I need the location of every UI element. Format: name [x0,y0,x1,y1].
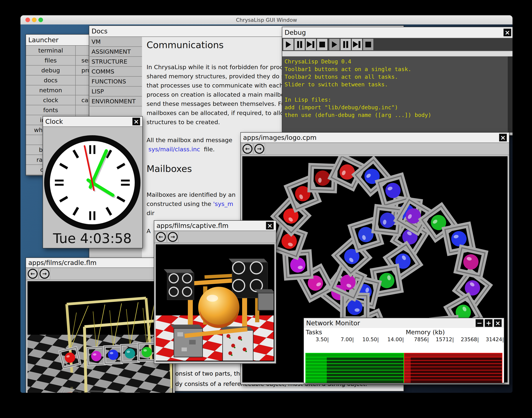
arrow-right-icon: → [168,232,178,242]
macos-window: ChrysaLisp GUI Window Launcher terminalf… [21,15,512,393]
launcher-item-debug[interactable]: debug [26,66,75,75]
netmon-bar-row [306,367,403,370]
macos-titlebar[interactable]: ChrysaLisp GUI Window [21,15,512,25]
netmon-bar-fill [306,377,327,380]
analog-clock: Tue 4:03:58 [43,127,142,248]
debug-terminal-line: add (import "lib/debug/debug.inc") [284,104,511,111]
play-icon [332,41,337,48]
netmon-bar-row [404,373,502,376]
launcher-item-fonts[interactable]: fonts [26,105,75,115]
close-icon[interactable]: × [504,29,511,36]
arrow-right-icon: → [254,144,264,154]
docs-sidebar-item-lisp[interactable]: LISP [90,87,142,96]
docs-sidebar-item-comms[interactable]: COMMS [90,67,142,77]
debug-terminal-line: In Lisp files: [284,96,511,104]
netmon-bar-row [306,357,403,360]
macos-window-title: ChrysaLisp GUI Window [21,17,512,23]
debug-toolbar [282,38,512,51]
forward-button[interactable]: → [254,143,265,154]
captive-toolbar: ← → [154,231,276,243]
netmon-bar-row [306,353,403,357]
maximize-icon[interactable]: + [485,319,492,327]
netmon-bar-fill [306,380,327,383]
netmon-bar-fill [404,371,411,373]
debug-titlebar[interactable]: Debug × [282,27,512,38]
netmon-tick: 3.50| [304,337,329,343]
netmon-bar-row [306,383,403,383]
docs-link[interactable]: 'sys_m [213,200,233,207]
play-button[interactable] [329,39,340,50]
netmon-memory-label: Memory (kb) [406,329,445,336]
close-icon[interactable]: × [494,319,502,327]
launcher-item-clock[interactable]: clock [26,95,75,105]
cradle-titlebar[interactable]: apps/films/cradle.flm × [26,258,175,268]
docs-sidebar-item-environment[interactable]: ENVIRONMENT [90,96,142,106]
debug-scrollbar[interactable] [508,57,512,133]
back-button[interactable]: ← [27,268,38,279]
minimize-icon[interactable]: − [476,319,483,327]
captive-titlebar[interactable]: apps/films/captive.flm × [154,221,276,231]
netmon-bar-fill [404,364,411,367]
step-button[interactable] [352,39,362,50]
launcher-item-netmon[interactable]: netmon [26,85,75,95]
play-button[interactable] [283,39,294,50]
clock-window: Clock × Tue 4:03:58 [43,116,143,248]
docs-link[interactable]: sys/mail/class.inc [148,146,200,153]
docs-text: constructed using the [147,200,213,207]
netmon-scale-row: 3.50|7.00|10.50|14.00|7856|15712|23568|3… [304,337,504,343]
pause-button[interactable] [294,39,305,50]
netmon-panel-tasks [305,353,404,383]
screen: ChrysaLisp GUI Window Launcher terminalf… [0,0,532,418]
arrow-left-icon: ← [28,269,38,279]
pause-button[interactable] [340,39,351,50]
netmon-bar-row [404,363,502,367]
netmon-bar-fill [306,364,327,367]
netmon-body: Tasks Memory (kb) 3.50|7.00|10.50|14.00|… [304,328,504,383]
launcher-item-terminal[interactable]: terminal [26,46,75,56]
docs-sidebar-item-vm[interactable]: VM [90,37,142,47]
netmon-bar-row [404,360,502,363]
forward-button[interactable]: → [167,231,178,243]
netmon-bar-row [404,376,502,380]
debug-task-slider[interactable] [282,51,512,57]
netmon-bar-chart [305,353,502,383]
clock-titlebar[interactable]: Clock × [43,116,142,127]
cradle-toolbar: ← → [26,268,175,280]
netmon-bar-row [306,360,403,363]
stop-button[interactable] [363,39,374,50]
back-button[interactable]: ← [155,231,166,243]
debug-terminal-line: Slider to switch between tasks. [284,81,511,88]
netmon-bar-fill [306,367,327,370]
debug-terminal[interactable]: ChrysaLisp Debug 0.4Toolbar1 buttons act… [282,57,512,133]
launcher-item-docs[interactable]: docs [26,75,75,85]
cradle-title: apps/films/cradle.flm [28,259,96,267]
debug-terminal-line: Toolbar1 buttons act on a single task. [284,65,511,73]
netmon-bar-fill [404,358,411,360]
netmon-bar-fill [404,377,411,380]
close-icon[interactable]: × [266,222,274,230]
netmon-bar-row [306,373,403,376]
close-icon[interactable]: × [132,118,140,125]
netmon-titlebar[interactable]: Network Monitor − + × [304,318,504,328]
docs-sidebar-item-functions[interactable]: FUNCTIONS [90,77,142,87]
step-button[interactable] [306,39,316,50]
logo-titlebar[interactable]: apps/images/logo.cpm × [241,133,509,143]
launcher-item-files[interactable]: files [26,56,75,66]
netmon-bar-row [306,376,403,380]
docs-sidebar-item-assignment[interactable]: ASSIGNMENT [90,47,142,57]
forward-button[interactable]: → [39,268,50,279]
netmon-tick: 23568| [454,337,479,343]
logo-title: apps/images/logo.cpm [243,134,317,141]
netmon-tick: 15712| [429,337,454,343]
docs-text: file. [200,146,215,153]
captive-render [156,244,274,361]
docs-sidebar-item-structure[interactable]: STRUCTURE [90,57,142,67]
debug-terminal-line [284,88,511,96]
debug-window: Debug × ChrysaLisp Debug 0.4Toolbar1 but… [282,27,512,136]
debug-terminal-line: Toolbar2 buttons act on all tasks. [284,73,511,81]
back-button[interactable]: ← [242,143,253,154]
network-monitor-window: Network Monitor − + × Tasks Memory (kb) … [303,318,504,383]
netmon-bar-row [306,370,403,373]
stop-button[interactable] [317,39,328,50]
close-icon[interactable]: × [499,134,507,141]
